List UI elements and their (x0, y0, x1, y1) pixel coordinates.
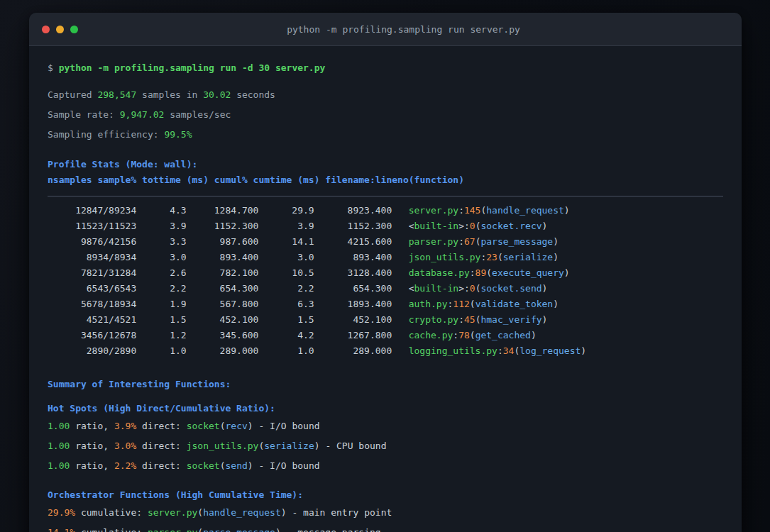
cumtime-cell: 893.400 (314, 250, 392, 265)
note-text: - I/O bound (253, 419, 320, 434)
colon-separator: : (458, 234, 464, 250)
function-name: serialize (264, 438, 314, 454)
colon-separator: : (458, 203, 464, 218)
heading-text: Orchestrator Functions (High Cumulative … (48, 487, 303, 503)
zoom-button[interactable] (70, 26, 78, 33)
file-name: built-in (414, 218, 459, 234)
file-name: cache.py (409, 328, 453, 343)
command-text: python -m profiling.sampling run -d 30 s… (59, 60, 326, 76)
window-titlebar[interactable]: python -m profiling.sampling run server.… (29, 13, 742, 46)
colon-separator: : (447, 297, 453, 312)
ratio-value: 1.00 (48, 419, 70, 434)
cumulative-pct-value: 29.9% (48, 505, 75, 521)
colon-separator: : (464, 281, 470, 297)
open-paren: ( (197, 505, 203, 521)
line-number: 34 (503, 343, 515, 359)
sample-pct-cell: 1.5 (136, 312, 186, 328)
file-open-bracket: < (409, 281, 414, 297)
location-cell: json_utils.py:23(serialize) (409, 250, 559, 265)
table-row: 9876/421563.3987.60014.14215.600parser.p… (48, 234, 723, 250)
colon-separator: : (480, 250, 486, 265)
cumtime-cell: 1152.300 (314, 218, 392, 234)
window-title: python -m profiling.sampling run server.… (78, 24, 729, 35)
cumul-pct-cell: 2.2 (258, 281, 314, 297)
stats-column-header: nsamples sample% tottime (ms) cumul% cum… (48, 172, 723, 188)
close-paren: ) (553, 234, 559, 250)
ratio-value: 1.00 (48, 438, 70, 454)
nsamples-cell: 12847/89234 (48, 203, 136, 218)
close-button[interactable] (42, 26, 50, 33)
close-paren: ) (248, 419, 253, 434)
profile-stats-heading: Profile Stats (Mode: wall): (48, 157, 723, 172)
close-paren: ) (564, 265, 570, 281)
prompt-symbol: $ (48, 60, 59, 76)
file-name: socket (187, 419, 220, 434)
location-cell: crypto.py:45(hmac_verify) (409, 312, 548, 328)
table-row: 4521/45211.5452.1001.5452.100crypto.py:4… (48, 312, 723, 328)
close-paren: ) (564, 203, 570, 218)
hot-spot-item: 1.00 ratio, 3.0% direct: json_utils.py(s… (48, 438, 723, 454)
sample-pct-cell: 2.2 (136, 281, 186, 297)
file-close-bracket: > (458, 281, 464, 297)
tottime-cell: 987.600 (187, 234, 259, 250)
hot-spot-item: 1.00 ratio, 3.9% direct: socket(recv) - … (48, 419, 723, 434)
table-row: 12847/892344.31284.70029.98923.400server… (48, 203, 723, 218)
open-paren: ( (514, 343, 519, 359)
cumtime-cell: 1893.400 (314, 297, 392, 312)
nsamples-cell: 6543/6543 (48, 281, 136, 297)
minimize-button[interactable] (56, 26, 64, 33)
cumul-pct-cell: 3.0 (258, 250, 314, 265)
label-text: samples/sec (164, 107, 231, 123)
close-paren: ) (542, 281, 548, 297)
cumtime-cell: 289.000 (314, 343, 392, 359)
duration-value: 30.02 (203, 87, 231, 103)
cumtime-cell: 1267.800 (314, 328, 392, 343)
function-name: recv (226, 419, 248, 434)
function-name: send (226, 458, 248, 474)
tottime-cell: 893.400 (187, 250, 259, 265)
orchestrator-item: 14.1% cumulative: parser.py(parse_messag… (48, 525, 723, 532)
line-number: 23 (486, 250, 497, 265)
cumtime-cell: 654.300 (314, 281, 392, 297)
open-paren: ( (480, 203, 486, 218)
line-number: 0 (470, 281, 475, 297)
stats-divider (48, 196, 723, 196)
file-name: logging_utils.py (409, 343, 497, 359)
close-paren: ) (275, 525, 281, 532)
colon-separator: : (464, 218, 470, 234)
orchestrator-heading: Orchestrator Functions (High Cumulative … (48, 487, 723, 503)
efficiency-line: Sampling efficiency: 99.5% (48, 127, 723, 143)
summary-heading: Summary of Interesting Functions: (48, 377, 723, 392)
label-text: direct: (136, 458, 186, 474)
cumtime-cell: 452.100 (314, 312, 392, 328)
label-text: ratio, (70, 438, 114, 454)
sample-pct-cell: 3.9 (136, 218, 186, 234)
sample-pct-cell: 3.0 (136, 250, 186, 265)
location-cell: parser.py:67(parse_message) (409, 234, 559, 250)
file-name: server.py (409, 203, 458, 218)
tottime-cell: 1152.300 (187, 218, 259, 234)
file-name: crypto.py (409, 312, 458, 328)
file-name: auth.py (409, 297, 448, 312)
direct-pct-value: 3.0% (114, 438, 136, 454)
close-paren: ) (531, 328, 537, 343)
orchestrator-list: 29.9% cumulative: server.py(handle_reque… (48, 505, 723, 532)
close-paren: ) (581, 343, 586, 359)
note-text: - main entry point (287, 505, 392, 521)
file-name: json_utils.py (409, 250, 481, 265)
nsamples-cell: 4521/4521 (48, 312, 136, 328)
tottime-cell: 567.800 (187, 297, 259, 312)
open-paren: ( (197, 525, 203, 532)
open-paren: ( (470, 297, 475, 312)
line-number: 89 (475, 265, 487, 281)
close-paren: ) (553, 297, 559, 312)
sample-rate-value: 9,947.02 (120, 107, 165, 123)
table-row: 11523/115233.91152.3003.91152.300<built-… (48, 218, 723, 234)
hot-spots-heading: Hot Spots (High Direct/Cumulative Ratio)… (48, 401, 723, 416)
terminal-content: $ python -m profiling.sampling run -d 30… (29, 46, 742, 532)
nsamples-cell: 3456/12678 (48, 328, 136, 343)
note-text: - message parsing (281, 525, 381, 532)
heading-text: Profile Stats (Mode: wall): (48, 157, 197, 172)
note-text: - I/O bound (253, 458, 320, 474)
label-text: Captured (48, 87, 97, 103)
